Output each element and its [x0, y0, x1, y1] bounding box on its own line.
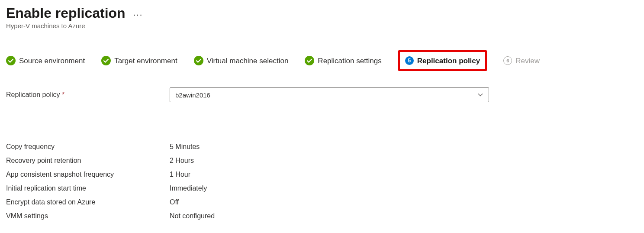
check-icon: [6, 56, 16, 65]
svg-point-1: [101, 56, 111, 65]
initial-replication-start-label: Initial replication start time: [6, 184, 170, 192]
encrypt-data-label: Encrypt data stored on Azure: [6, 198, 170, 206]
recovery-point-retention-label: Recovery point retention: [6, 157, 170, 165]
dropdown-value: b2awin2016: [175, 91, 210, 99]
check-icon: [194, 56, 203, 65]
svg-point-0: [6, 56, 16, 65]
more-icon[interactable]: ···: [133, 8, 143, 19]
required-indicator: *: [62, 91, 64, 98]
step-label: Source environment: [19, 57, 85, 65]
check-icon: [305, 56, 314, 65]
step-label: Replication settings: [318, 57, 381, 65]
step-label: Target environment: [114, 57, 177, 65]
step-number-badge: 5: [405, 56, 414, 65]
initial-replication-start-value: Immediately: [170, 184, 207, 192]
app-consistent-snapshot-label: App consistent snapshot frequency: [6, 171, 170, 178]
step-label: Replication policy: [417, 57, 480, 65]
page-title: Enable replication: [6, 5, 126, 21]
step-replication-settings[interactable]: Replication settings: [305, 56, 381, 65]
copy-frequency-label: Copy frequency: [6, 143, 170, 151]
step-target-environment[interactable]: Target environment: [101, 56, 177, 65]
step-replication-policy[interactable]: 5 Replication policy: [398, 50, 487, 71]
vmm-settings-label: VMM settings: [6, 212, 170, 220]
svg-point-2: [194, 56, 203, 65]
step-label: Virtual machine selection: [207, 57, 289, 65]
step-source-environment[interactable]: Source environment: [6, 56, 85, 65]
app-consistent-snapshot-value: 1 Hour: [170, 171, 190, 178]
wizard-steps: Source environment Target environment Vi…: [6, 50, 638, 71]
step-vm-selection[interactable]: Virtual machine selection: [194, 56, 289, 65]
copy-frequency-value: 5 Minutes: [170, 143, 200, 151]
replication-policy-label: Replication policy *: [6, 91, 170, 99]
replication-policy-dropdown[interactable]: b2awin2016: [170, 87, 489, 102]
step-label: Review: [515, 57, 540, 65]
vmm-settings-value: Not configured: [170, 212, 215, 220]
page-subtitle: Hyper-V machines to Azure: [6, 22, 638, 29]
check-icon: [101, 56, 111, 65]
svg-point-3: [305, 56, 314, 65]
step-review[interactable]: 6 Review: [503, 56, 540, 65]
chevron-down-icon: [477, 92, 483, 98]
encrypt-data-value: Off: [170, 198, 179, 206]
step-number-badge: 6: [503, 56, 512, 65]
recovery-point-retention-value: 2 Hours: [170, 157, 194, 165]
